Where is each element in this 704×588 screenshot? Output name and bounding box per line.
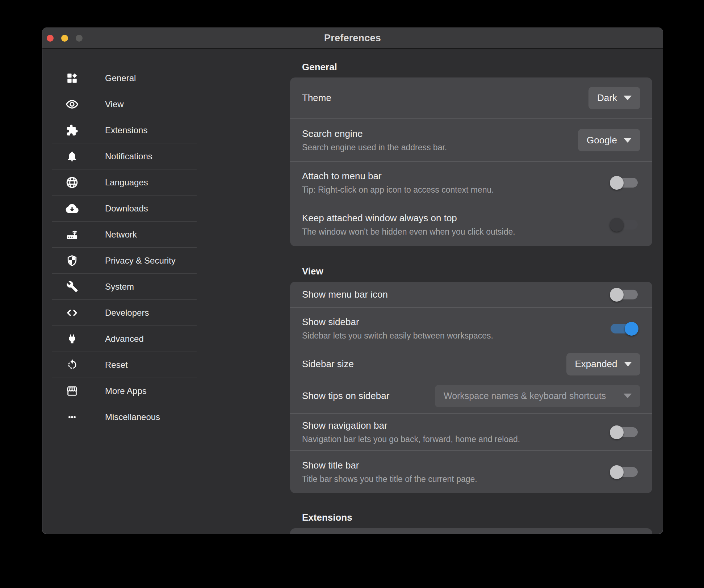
- keep-on-top-toggle[interactable]: [611, 220, 638, 230]
- show-navigation-bar-toggle[interactable]: [611, 427, 638, 437]
- section-header-view: View: [302, 265, 628, 277]
- extensions-settings-card: [290, 528, 652, 534]
- show-tips-row: Show tips on sidebar Workspace names & k…: [290, 379, 652, 413]
- sidebar-item-view[interactable]: View: [52, 91, 197, 117]
- show-sidebar-description: Sidebar lets you switch easily between w…: [302, 331, 493, 341]
- sidebar-item-label: Notifications: [105, 151, 152, 161]
- sidebar-item-label: Advanced: [105, 334, 144, 344]
- sidebar-item-system[interactable]: System: [52, 274, 197, 300]
- chevron-down-icon: [624, 362, 632, 366]
- sidebar-item-extensions[interactable]: Extensions: [52, 117, 197, 143]
- show-navigation-bar-row: Show navigation bar Navigation bar lets …: [290, 413, 652, 450]
- theme-dropdown-value: Dark: [597, 92, 617, 104]
- router-icon: [65, 227, 79, 242]
- toggle-knob: [610, 425, 624, 439]
- chevron-down-icon: [624, 138, 632, 143]
- toggle-knob: [610, 465, 624, 479]
- sidebar-item-notifications[interactable]: Notifications: [52, 143, 197, 169]
- sidebar-item-label: Network: [105, 230, 137, 240]
- general-settings-card: Theme Dark Search engine Search engine u…: [290, 77, 652, 246]
- show-sidebar-toggle[interactable]: [611, 324, 638, 333]
- sidebar-item-downloads[interactable]: Downloads: [52, 196, 197, 222]
- sidebar-item-label: View: [105, 99, 124, 109]
- sidebar-item-label: General: [105, 73, 136, 83]
- sidebar-size-dropdown-value: Expanded: [575, 358, 617, 370]
- sidebar-item-general[interactable]: General: [52, 65, 197, 91]
- wrench-icon: [65, 280, 79, 294]
- toggle-knob: [610, 218, 624, 232]
- attach-to-menu-bar-label: Attach to menu bar: [302, 171, 494, 182]
- sidebar-item-label: Privacy & Security: [105, 256, 176, 266]
- sidebar-item-label: System: [105, 282, 134, 292]
- show-menu-bar-icon-toggle[interactable]: [611, 290, 638, 299]
- show-navigation-bar-label: Show navigation bar: [302, 420, 520, 431]
- sidebar-item-reset[interactable]: Reset: [52, 352, 197, 378]
- toggle-knob: [610, 176, 624, 190]
- ellipsis-icon: [65, 410, 79, 424]
- sidebar-size-label: Sidebar size: [302, 358, 354, 370]
- sidebar-item-advanced[interactable]: Advanced: [52, 326, 197, 352]
- view-settings-card: Show menu bar icon Show sidebar Sidebar …: [290, 282, 652, 493]
- toggle-knob: [610, 288, 624, 302]
- window-title: Preferences: [324, 33, 381, 44]
- sidebar-item-more-apps[interactable]: More Apps: [52, 378, 197, 404]
- toggle-knob: [625, 322, 638, 336]
- close-button[interactable]: [47, 35, 54, 42]
- show-title-bar-label: Show title bar: [302, 460, 477, 471]
- storefront-icon: [65, 384, 79, 398]
- search-engine-description: Search engine used in the address bar.: [302, 143, 447, 152]
- show-tips-dropdown-value: Workspace names & keyboard shortcuts: [444, 391, 606, 401]
- puzzle-icon: [65, 123, 79, 138]
- sidebar-item-label: More Apps: [105, 386, 147, 396]
- plug-icon: [65, 332, 79, 346]
- show-title-bar-description: Title bar shows you the title of the cur…: [302, 474, 477, 484]
- search-engine-row: Search engine Search engine used in the …: [290, 118, 652, 161]
- general-icon: [65, 71, 79, 85]
- sidebar-item-label: Downloads: [105, 203, 148, 214]
- show-tips-dropdown[interactable]: Workspace names & keyboard shortcuts: [435, 385, 640, 407]
- chevron-down-icon: [624, 96, 632, 100]
- sidebar-item-label: Languages: [105, 177, 148, 188]
- sidebar-item-privacy-security[interactable]: Privacy & Security: [52, 248, 197, 274]
- search-engine-label: Search engine: [302, 128, 447, 139]
- sidebar-size-dropdown[interactable]: Expanded: [566, 353, 640, 375]
- traffic-lights: [47, 35, 83, 42]
- sidebar-item-languages[interactable]: Languages: [52, 169, 197, 196]
- chevron-down-icon: [624, 394, 632, 398]
- keep-on-top-row: Keep attached window always on top The w…: [290, 203, 652, 246]
- globe-icon: [65, 175, 79, 190]
- keep-on-top-label: Keep attached window always on top: [302, 213, 515, 224]
- show-title-bar-toggle[interactable]: [611, 467, 638, 477]
- show-menu-bar-icon-row: Show menu bar icon: [290, 282, 652, 307]
- sidebar-size-row: Sidebar size Expanded: [290, 349, 652, 379]
- sidebar-item-label: Extensions: [105, 125, 147, 135]
- reset-icon: [65, 358, 79, 372]
- section-header-general: General: [302, 61, 628, 73]
- minimize-button[interactable]: [61, 35, 68, 42]
- theme-label: Theme: [302, 92, 331, 104]
- attach-to-menu-bar-toggle[interactable]: [611, 178, 638, 188]
- section-header-extensions: Extensions: [302, 512, 628, 523]
- theme-dropdown[interactable]: Dark: [588, 87, 640, 109]
- attach-to-menu-bar-description: Tip: Right-click on app icon to access c…: [302, 185, 494, 195]
- cloud-download-icon: [65, 201, 79, 216]
- sidebar-item-network[interactable]: Network: [52, 222, 197, 248]
- search-engine-dropdown[interactable]: Google: [578, 129, 640, 151]
- show-sidebar-label: Show sidebar: [302, 316, 493, 328]
- sidebar-item-label: Miscellaneous: [105, 412, 160, 422]
- sidebar: General View Extensions Notifications La: [52, 65, 197, 430]
- code-icon: [65, 306, 79, 320]
- theme-row: Theme Dark: [290, 77, 652, 118]
- eye-icon: [65, 97, 79, 112]
- sidebar-item-label: Developers: [105, 308, 149, 318]
- sidebar-item-miscellaneous[interactable]: Miscellaneous: [52, 404, 197, 430]
- sidebar-item-label: Reset: [105, 360, 128, 370]
- attach-to-menu-bar-row: Attach to menu bar Tip: Right-click on a…: [290, 161, 652, 203]
- preferences-window: Preferences General View Extensions: [42, 28, 663, 534]
- show-title-bar-row: Show title bar Title bar shows you the t…: [290, 450, 652, 493]
- shield-icon: [65, 253, 79, 268]
- show-menu-bar-icon-label: Show menu bar icon: [302, 289, 388, 300]
- sidebar-item-developers[interactable]: Developers: [52, 300, 197, 326]
- zoom-button[interactable]: [76, 35, 83, 42]
- show-tips-label: Show tips on sidebar: [302, 390, 389, 402]
